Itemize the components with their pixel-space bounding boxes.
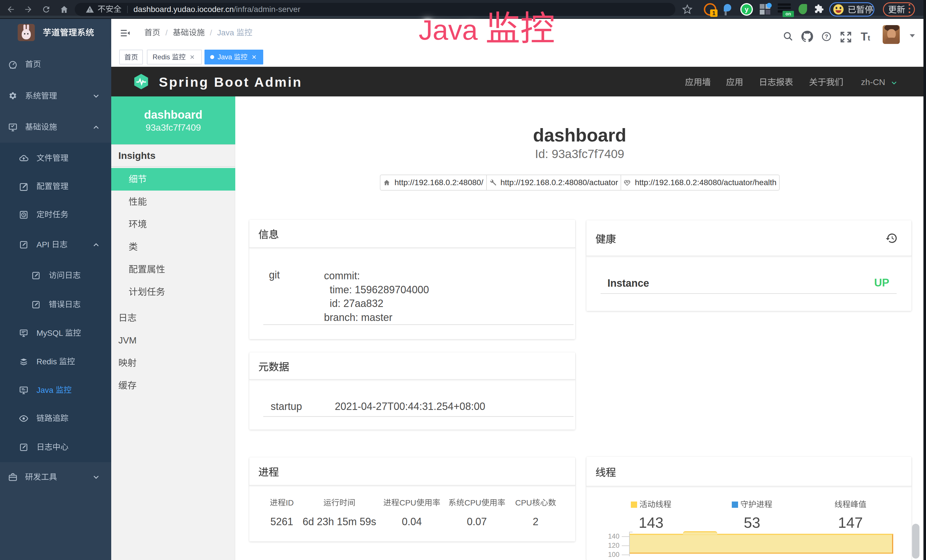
svg-text:?: ?: [825, 33, 828, 40]
